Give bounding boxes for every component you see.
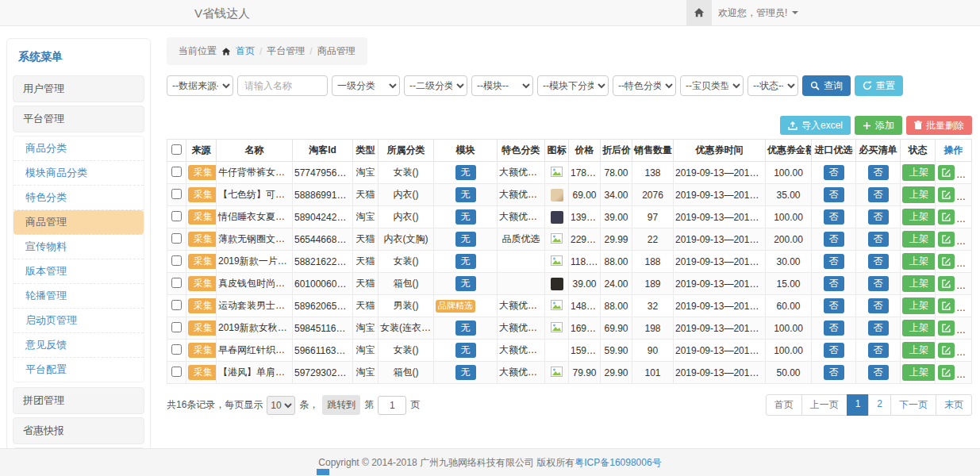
search-button[interactable]: 查询 [802,75,851,96]
sidebar-item[interactable]: 特色分类 [13,186,144,210]
sidebar-item[interactable]: 平台配置 [13,358,144,382]
filter-select-module[interactable]: --模块-- [471,75,533,96]
page-button[interactable]: 1 [847,394,870,416]
page-button[interactable]: 末页 [936,394,972,416]
must-buy-toggle[interactable]: 否 [868,187,889,202]
cell-sales: 90 [632,340,674,362]
sidebar-item[interactable]: 意见反馈 [13,333,144,358]
import-pick-toggle[interactable]: 否 [824,321,844,336]
sidebar-group[interactable]: 平台管理 [13,106,144,132]
import-pick-toggle[interactable]: 否 [824,254,844,269]
row-checkbox[interactable] [171,189,182,199]
edit-button[interactable] [938,165,955,180]
row-checkbox[interactable] [171,322,182,332]
sidebar-group[interactable]: 用户管理 [13,75,144,102]
status-button[interactable]: 上架 [902,186,936,203]
import-excel-button[interactable]: 导入excel [780,116,851,135]
cell-name: 真皮钱包时尚优雅女士... [217,273,293,295]
sidebar-group[interactable]: 拼团管理 [13,387,144,414]
import-pick-toggle[interactable]: 否 [824,343,844,358]
import-pick-toggle[interactable]: 否 [824,209,844,225]
filter-select-feature-category[interactable]: --特色分类-- [613,75,676,96]
status-button[interactable]: 上架 [902,209,936,225]
sidebar-item[interactable]: 商品管理 [13,210,144,235]
sidebar-item[interactable]: 宣传物料 [13,235,144,259]
must-buy-toggle[interactable]: 否 [868,321,889,336]
must-buy-toggle[interactable]: 否 [868,165,889,180]
edit-button[interactable] [938,298,955,313]
edit-button[interactable] [938,232,955,247]
sidebar-item[interactable]: 版本管理 [13,259,144,284]
row-checkbox[interactable] [171,233,182,244]
breadcrumb-home-link[interactable]: 首页 [236,44,255,58]
page-button[interactable]: 2 [868,394,891,416]
row-checkbox[interactable] [171,211,182,221]
row-checkbox[interactable] [171,278,182,288]
row-checkbox[interactable] [171,167,182,177]
cell-name: 牛仔背带裤女秋装减龄... [217,162,293,184]
cell-discount-price: 39.00 [601,206,632,228]
add-button[interactable]: 添加 [855,116,902,135]
name-search-input[interactable] [237,75,328,96]
filter-select-level2-category[interactable]: --二级分类-- [404,75,467,96]
batch-delete-button[interactable]: 批量删除 [906,116,972,135]
status-button[interactable]: 上架 [902,320,936,336]
row-checkbox[interactable] [171,344,182,355]
sidebar-item[interactable]: 模块商品分类 [13,161,144,186]
icp-link[interactable]: 粤ICP备16098006号 [575,456,661,470]
import-pick-toggle[interactable]: 否 [824,276,844,291]
must-buy-toggle[interactable]: 否 [868,343,889,358]
page-button[interactable]: 首页 [766,394,802,416]
sidebar-item[interactable]: 商品分类 [13,136,144,161]
filter-select-status[interactable]: --状态-- [747,75,798,96]
must-buy-toggle[interactable]: 否 [868,276,889,291]
import-pick-toggle[interactable]: 否 [824,298,844,313]
breadcrumb-page: 商品管理 [317,44,355,58]
status-button[interactable]: 上架 [902,364,936,381]
select-all-checkbox[interactable] [171,144,182,155]
must-buy-toggle[interactable]: 否 [868,254,889,269]
sidebar-group[interactable]: 省惠快报 [13,417,144,444]
reset-button[interactable]: 重置 [855,75,903,96]
status-button[interactable]: 上架 [902,298,936,314]
import-pick-toggle[interactable]: 否 [824,187,844,202]
edit-button[interactable] [938,254,955,269]
edit-button[interactable] [938,276,955,291]
status-button[interactable]: 上架 [902,253,936,270]
edit-button[interactable] [938,209,955,225]
must-buy-toggle[interactable]: 否 [868,365,889,380]
row-checkbox[interactable] [171,255,182,266]
jump-button[interactable]: 跳转到 [322,395,360,415]
pager-info: 共16条记录，每页显示 10 条， 跳转到 第 页 [167,395,420,415]
row-checkbox[interactable] [171,300,182,310]
must-buy-toggle[interactable]: 否 [868,232,889,247]
status-button[interactable]: 上架 [902,275,936,292]
sidebar-item[interactable]: 启动页管理 [13,309,144,333]
import-pick-toggle[interactable]: 否 [824,232,844,247]
filter-select-module-subcategory[interactable]: --模块下分类-- [537,75,609,96]
sidebar-item[interactable]: 轮播管理 [13,284,144,309]
home-button[interactable] [686,0,712,25]
status-button[interactable]: 上架 [902,342,936,359]
must-buy-toggle[interactable]: 否 [868,209,889,225]
filter-select-data-source[interactable]: --数据来源-- [167,75,233,96]
must-buy-toggle[interactable]: 否 [868,298,889,313]
edit-button[interactable] [938,365,955,380]
page-button[interactable]: 上一页 [801,394,847,416]
filter-select-item-type[interactable]: --宝贝类型-- [680,75,744,96]
jump-page-input[interactable] [378,396,406,415]
page-button[interactable]: 下一页 [890,394,936,416]
filter-select-level1-category[interactable]: 一级分类 [332,75,400,96]
cell-discount-price: 29.99 [601,228,632,251]
edit-button[interactable] [938,187,955,202]
user-menu[interactable]: 欢迎您，管理员! [718,0,798,25]
row-checkbox[interactable] [171,367,182,377]
edit-button[interactable] [938,321,955,336]
cell-source: 采集 [186,184,217,206]
status-button[interactable]: 上架 [902,164,936,181]
edit-button[interactable] [938,343,955,358]
per-page-select[interactable]: 10 [267,396,295,415]
import-pick-toggle[interactable]: 否 [824,365,844,380]
status-button[interactable]: 上架 [902,231,936,248]
import-pick-toggle[interactable]: 否 [824,165,844,180]
